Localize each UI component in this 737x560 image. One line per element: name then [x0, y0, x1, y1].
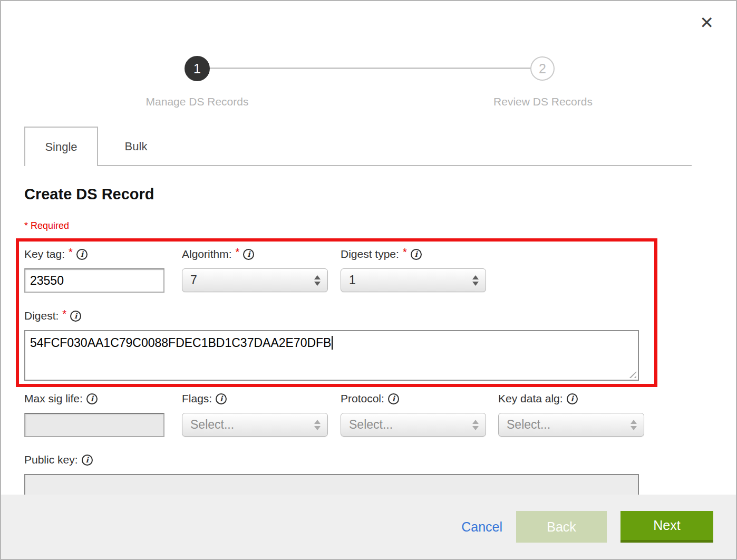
tab-bulk[interactable]: Bulk: [99, 127, 173, 166]
key-tag-label: Key tag:: [24, 248, 65, 260]
field-key-tag: Key tag: * i 23550: [24, 247, 164, 293]
back-button[interactable]: Back: [516, 511, 607, 543]
max-sig-life-label: Max sig life:: [24, 392, 83, 405]
cancel-link[interactable]: Cancel: [461, 519, 502, 535]
required-asterisk: *: [62, 308, 66, 320]
select-stepper-arrows-icon: [472, 275, 479, 286]
select-stepper-arrows-icon: [314, 420, 321, 430]
required-asterisk: *: [236, 246, 240, 258]
protocol-label: Protocol:: [341, 392, 384, 405]
key-data-alg-select[interactable]: Select...: [498, 413, 644, 437]
next-button[interactable]: Next: [620, 511, 713, 543]
protocol-selected-value: Select...: [349, 418, 393, 432]
digest-type-select[interactable]: 1: [341, 268, 486, 292]
key-data-alg-selected-value: Select...: [507, 418, 550, 432]
stepper-step-1-circle: 1: [185, 56, 210, 81]
textarea-resize-handle-icon[interactable]: [628, 370, 636, 378]
key-tag-input[interactable]: 23550: [24, 268, 164, 293]
required-note: * Required: [24, 220, 69, 231]
select-stepper-arrows-icon: [314, 275, 321, 286]
info-icon[interactable]: i: [70, 311, 81, 322]
info-icon[interactable]: i: [76, 249, 88, 260]
algorithm-selected-value: 7: [190, 273, 197, 287]
close-icon[interactable]: ✕: [696, 14, 717, 32]
digest-type-selected-value: 1: [349, 273, 356, 287]
info-icon[interactable]: i: [216, 393, 227, 404]
digest-type-label: Digest type:: [341, 248, 399, 260]
flags-selected-value: Select...: [190, 418, 234, 432]
algorithm-label: Algorithm:: [182, 248, 232, 260]
digest-label: Digest:: [24, 310, 59, 322]
info-icon[interactable]: i: [411, 249, 422, 260]
stepper-connector-line: [203, 67, 537, 69]
info-icon[interactable]: i: [86, 393, 98, 404]
required-asterisk: *: [69, 246, 73, 258]
info-icon[interactable]: i: [567, 393, 578, 404]
info-icon[interactable]: i: [82, 455, 93, 466]
field-algorithm: Algorithm: * i 7: [182, 247, 328, 292]
field-key-data-alg: Key data alg: i Select...: [498, 391, 644, 437]
required-asterisk: *: [403, 246, 407, 258]
algorithm-select[interactable]: 7: [182, 268, 328, 292]
field-digest-type: Digest type: * i 1: [341, 247, 486, 292]
field-flags: Flags: i Select...: [182, 391, 328, 437]
field-digest: Digest: * i 54FCF030AA1C79C0088FDEC1BD1C…: [24, 308, 639, 381]
page-title: Create DS Record: [24, 186, 154, 203]
max-sig-life-input: [24, 413, 164, 437]
stepper-step-2-circle: 2: [530, 56, 555, 81]
stepper-step-2-label: Review DS Records: [474, 95, 612, 108]
info-icon[interactable]: i: [243, 249, 254, 260]
select-stepper-arrows-icon: [472, 420, 479, 430]
select-stepper-arrows-icon: [631, 420, 637, 430]
digest-textarea[interactable]: 54FCF030AA1C79C0088FDEC1BD1C37DAA2E70DFB: [24, 330, 639, 381]
field-protocol: Protocol: i Select...: [341, 391, 486, 437]
flags-select[interactable]: Select...: [182, 413, 328, 437]
create-ds-record-dialog: ✕ 1 2 Manage DS Records Review DS Record…: [0, 0, 737, 560]
info-icon[interactable]: i: [388, 393, 399, 404]
protocol-select[interactable]: Select...: [341, 413, 486, 437]
dialog-footer: Cancel Back Next: [1, 495, 736, 559]
digest-value: 54FCF030AA1C79C0088FDEC1BD1C37DAA2E70DFB: [30, 336, 331, 350]
public-key-label: Public key:: [24, 453, 78, 466]
tab-single[interactable]: Single: [24, 127, 98, 166]
field-max-sig-life: Max sig life: i: [24, 391, 164, 437]
key-data-alg-label: Key data alg:: [498, 392, 563, 405]
stepper-step-1-label: Manage DS Records: [129, 95, 266, 108]
flags-label: Flags:: [182, 392, 212, 405]
text-cursor: [332, 336, 333, 350]
